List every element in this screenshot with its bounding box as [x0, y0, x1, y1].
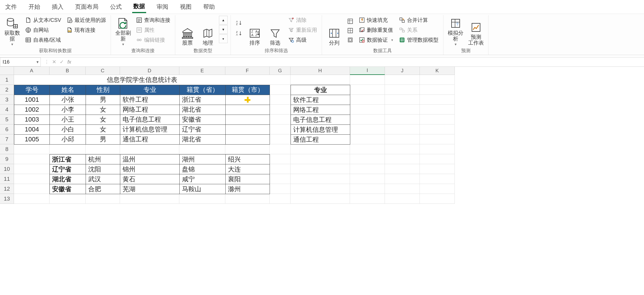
what-if-button[interactable]: ? 模拟分析 ▼: [446, 16, 465, 46]
cell[interactable]: [270, 134, 291, 144]
cell[interactable]: [270, 144, 291, 154]
major-cell[interactable]: 网络工程: [291, 105, 350, 115]
cell[interactable]: [270, 115, 291, 124]
cell[interactable]: [385, 105, 420, 115]
cell[interactable]: [14, 194, 49, 204]
row-header-12[interactable]: 12: [0, 184, 14, 194]
cell[interactable]: [420, 164, 455, 174]
cell[interactable]: [14, 174, 49, 184]
tab-help[interactable]: 帮助: [202, 2, 216, 13]
flash-fill-button[interactable]: 快速填充: [357, 16, 395, 24]
cell[interactable]: [225, 194, 270, 204]
main-header[interactable]: 学号: [14, 85, 50, 95]
major-cell[interactable]: 软件工程: [291, 95, 350, 105]
cell[interactable]: [270, 194, 291, 204]
main-cell[interactable]: 1001: [14, 95, 50, 105]
main-cell[interactable]: [226, 115, 270, 124]
cell[interactable]: [420, 144, 455, 154]
cell[interactable]: [385, 144, 420, 154]
column-header-H[interactable]: H: [291, 67, 350, 75]
cell[interactable]: [420, 174, 455, 184]
cell[interactable]: [179, 144, 225, 154]
manage-data-model-button[interactable]: 管理数据模型: [397, 36, 440, 44]
cell[interactable]: [291, 75, 350, 85]
main-header[interactable]: 姓名: [50, 85, 86, 95]
cell[interactable]: [270, 184, 291, 194]
cell[interactable]: [86, 144, 120, 154]
main-cell[interactable]: 1004: [14, 124, 50, 134]
cell[interactable]: [291, 184, 350, 194]
cell[interactable]: [291, 164, 350, 174]
city-cell[interactable]: 辽宁省: [50, 164, 86, 174]
cell[interactable]: [385, 174, 420, 184]
main-cell[interactable]: 计算机信息管理: [120, 124, 180, 134]
cell[interactable]: [420, 124, 455, 134]
cell[interactable]: [49, 194, 86, 204]
cell[interactable]: [420, 95, 455, 105]
city-cell[interactable]: 沈阳: [86, 164, 120, 174]
main-cell[interactable]: 小王: [50, 115, 86, 124]
tab-insert[interactable]: 插入: [51, 2, 65, 13]
main-cell[interactable]: 小李: [50, 105, 86, 115]
column-header-I[interactable]: I: [350, 67, 385, 75]
cell[interactable]: [420, 184, 455, 194]
filter-button[interactable]: 筛选: [266, 16, 284, 46]
row-header-2[interactable]: 2: [0, 85, 14, 95]
city-cell[interactable]: 湖北省: [50, 174, 86, 184]
city-cell[interactable]: 合肥: [86, 184, 120, 194]
cell[interactable]: [420, 194, 455, 204]
cell[interactable]: [291, 154, 350, 164]
cell[interactable]: [14, 164, 49, 174]
cell[interactable]: [270, 164, 291, 174]
from-web-button[interactable]: 自网站: [23, 26, 63, 34]
history-icon[interactable]: ⋮: [43, 59, 50, 65]
column-header-G[interactable]: G: [270, 67, 291, 75]
consolidate-button[interactable]: 合并计算: [397, 16, 440, 24]
cancel-icon[interactable]: ✕: [51, 59, 58, 65]
sort-button[interactable]: ZAAZ 排序: [245, 16, 264, 46]
main-cell[interactable]: 1003: [14, 115, 50, 124]
forecast-sheet-button[interactable]: 预测 工作表: [467, 16, 485, 46]
row-header-4[interactable]: 4: [0, 105, 14, 115]
cell[interactable]: [350, 124, 385, 134]
cell[interactable]: [350, 194, 385, 204]
datatype-next-button[interactable]: ▼: [219, 25, 228, 34]
refresh-all-button[interactable]: 全部刷新 ▼: [114, 16, 132, 46]
column-header-J[interactable]: J: [385, 67, 420, 75]
row-header-6[interactable]: 6: [0, 124, 14, 134]
main-cell[interactable]: 男: [86, 134, 120, 144]
main-cell[interactable]: 女: [86, 124, 120, 134]
city-cell[interactable]: 锦州: [120, 164, 180, 174]
main-cell[interactable]: [226, 124, 270, 134]
city-cell[interactable]: 温州: [120, 154, 180, 164]
tab-view[interactable]: 视图: [179, 2, 193, 13]
properties-button[interactable]: 属性: [134, 26, 172, 34]
cell[interactable]: [350, 95, 385, 105]
cell[interactable]: [350, 144, 385, 154]
row-header-5[interactable]: 5: [0, 115, 14, 124]
recent-sources-button[interactable]: 最近使用的源: [65, 16, 108, 24]
city-cell[interactable]: 盘锦: [180, 164, 226, 174]
main-header[interactable]: 籍贯（省）: [180, 85, 226, 95]
sheet-title[interactable]: 信息学院学生信息统计表: [14, 75, 270, 85]
stock-datatype-button[interactable]: 股票: [178, 16, 197, 46]
formula-input[interactable]: [75, 57, 644, 66]
cell[interactable]: [350, 134, 385, 144]
cell[interactable]: [420, 105, 455, 115]
cell[interactable]: [385, 75, 420, 85]
row-header-11[interactable]: 11: [0, 174, 14, 184]
cell[interactable]: [270, 174, 291, 184]
advanced-filter-button[interactable]: 高级: [286, 36, 319, 44]
main-cell[interactable]: 安徽省: [180, 115, 226, 124]
datatype-prev-button[interactable]: ▲: [219, 16, 228, 24]
tab-review[interactable]: 审阅: [155, 2, 169, 13]
column-header-B[interactable]: B: [49, 67, 86, 75]
cell[interactable]: [385, 184, 420, 194]
row-header-13[interactable]: 13: [0, 194, 14, 204]
row-header-9[interactable]: 9: [0, 154, 14, 164]
city-cell[interactable]: 杭州: [86, 154, 120, 164]
city-cell[interactable]: 滁州: [226, 184, 270, 194]
cell[interactable]: [385, 95, 420, 105]
cell[interactable]: [270, 95, 291, 105]
main-header[interactable]: 性别: [86, 85, 120, 95]
